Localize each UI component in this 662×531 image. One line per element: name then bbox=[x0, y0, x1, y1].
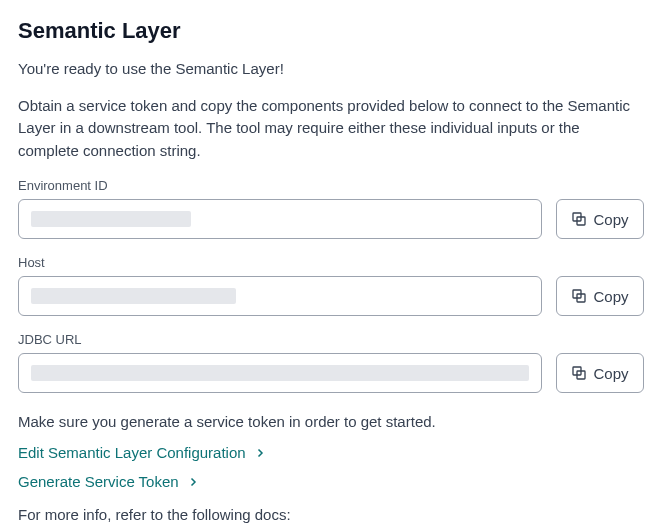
edit-config-link[interactable]: Edit Semantic Layer Configuration bbox=[18, 444, 644, 461]
skeleton-placeholder bbox=[31, 211, 191, 227]
skeleton-placeholder bbox=[31, 288, 236, 304]
generate-token-link[interactable]: Generate Service Token bbox=[18, 473, 644, 490]
copy-icon bbox=[571, 365, 587, 381]
copy-button-label: Copy bbox=[593, 288, 628, 305]
environment-id-label: Environment ID bbox=[18, 178, 644, 193]
intro-text: You're ready to use the Semantic Layer! bbox=[18, 58, 644, 81]
copy-button-label: Copy bbox=[593, 365, 628, 382]
copy-icon bbox=[571, 211, 587, 227]
copy-jdbc-url-button[interactable]: Copy bbox=[556, 353, 644, 393]
description-text: Obtain a service token and copy the comp… bbox=[18, 95, 644, 163]
jdbc-url-input[interactable] bbox=[18, 353, 542, 393]
chevron-right-icon bbox=[254, 447, 266, 459]
copy-button-label: Copy bbox=[593, 211, 628, 228]
page-title: Semantic Layer bbox=[18, 18, 644, 44]
link-label: Edit Semantic Layer Configuration bbox=[18, 444, 246, 461]
jdbc-url-label: JDBC URL bbox=[18, 332, 644, 347]
link-label: Generate Service Token bbox=[18, 473, 179, 490]
token-note: Make sure you generate a service token i… bbox=[18, 413, 644, 430]
copy-host-button[interactable]: Copy bbox=[556, 276, 644, 316]
skeleton-placeholder bbox=[31, 365, 529, 381]
host-input[interactable] bbox=[18, 276, 542, 316]
chevron-right-icon bbox=[187, 476, 199, 488]
copy-icon bbox=[571, 288, 587, 304]
copy-environment-id-button[interactable]: Copy bbox=[556, 199, 644, 239]
docs-intro: For more info, refer to the following do… bbox=[18, 506, 644, 523]
environment-id-input[interactable] bbox=[18, 199, 542, 239]
host-label: Host bbox=[18, 255, 644, 270]
